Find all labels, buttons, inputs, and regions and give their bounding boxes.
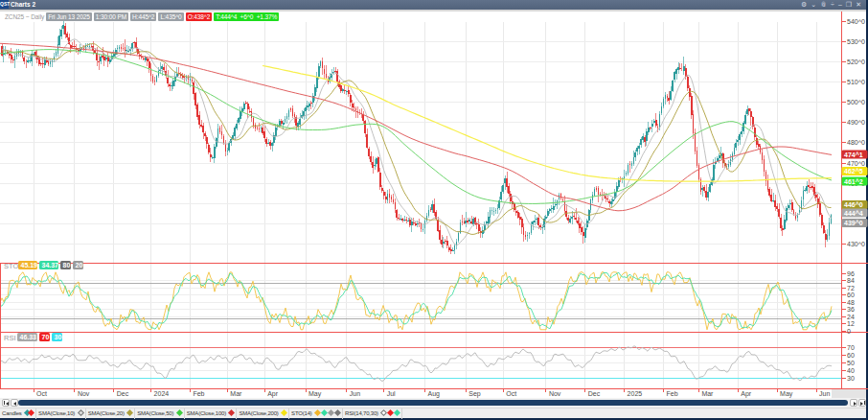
svg-text:439^0: 439^0 <box>844 220 863 226</box>
svg-text:60: 60 <box>847 292 855 298</box>
svg-text:30: 30 <box>847 375 855 382</box>
svg-text:470^0: 470^0 <box>847 160 865 167</box>
svg-text:474^1: 474^1 <box>844 152 863 158</box>
svg-text:12: 12 <box>847 320 855 327</box>
svg-text:Dec: Dec <box>117 390 129 397</box>
svg-text:60: 60 <box>847 352 855 359</box>
svg-text:Mar: Mar <box>701 390 714 397</box>
svg-text:Apr: Apr <box>741 390 752 398</box>
svg-text:430^0: 430^0 <box>847 241 865 247</box>
svg-text:May: May <box>308 390 322 398</box>
svg-text:2024: 2024 <box>154 390 170 397</box>
svg-text:446^0: 446^0 <box>844 201 863 208</box>
svg-text:20: 20 <box>76 262 83 268</box>
svg-text:Feb: Feb <box>667 390 678 397</box>
svg-text:84: 84 <box>847 277 855 284</box>
svg-text:490^0: 490^0 <box>847 119 865 126</box>
svg-text:Feb: Feb <box>193 390 204 397</box>
svg-text:Mar: Mar <box>230 390 242 397</box>
svg-text:520^0: 520^0 <box>847 58 865 65</box>
svg-text:96: 96 <box>847 270 855 277</box>
svg-text:0: 0 <box>847 328 851 335</box>
svg-text:36: 36 <box>847 306 855 313</box>
svg-text:Dec: Dec <box>588 390 601 397</box>
svg-text:540^0: 540^0 <box>847 18 865 25</box>
svg-text:Sep: Sep <box>468 390 481 398</box>
svg-text:70: 70 <box>847 344 855 351</box>
svg-text:444^4: 444^4 <box>844 210 863 217</box>
svg-text:462^5: 462^5 <box>844 168 863 175</box>
svg-text:45.19: 45.19 <box>21 262 38 268</box>
svg-text:530^0: 530^0 <box>847 38 865 45</box>
svg-text:500^0: 500^0 <box>847 99 865 105</box>
svg-text:Oct: Oct <box>36 390 47 397</box>
svg-text:Jun: Jun <box>819 390 830 397</box>
svg-text:72: 72 <box>847 285 855 292</box>
svg-text:50: 50 <box>847 360 855 366</box>
svg-text:Apr: Apr <box>267 390 279 398</box>
svg-text:Nov: Nov <box>78 390 90 397</box>
svg-text:48: 48 <box>847 299 855 306</box>
svg-text:80: 80 <box>63 262 71 268</box>
svg-text:480^0: 480^0 <box>847 139 865 146</box>
svg-text:Aug: Aug <box>428 390 441 398</box>
svg-text:STO: STO <box>4 262 18 270</box>
svg-text:May: May <box>780 390 793 398</box>
svg-text:461^2: 461^2 <box>844 178 863 185</box>
svg-text:Oct: Oct <box>506 390 516 397</box>
svg-text:Nov: Nov <box>549 390 561 397</box>
svg-text:2025: 2025 <box>628 390 643 397</box>
svg-text:24: 24 <box>847 314 855 320</box>
svg-text:70: 70 <box>42 334 50 340</box>
svg-text:Jun: Jun <box>350 390 360 397</box>
svg-text:34.37: 34.37 <box>42 262 59 268</box>
svg-text:46.33: 46.33 <box>20 334 37 340</box>
svg-text:510^0: 510^0 <box>847 79 865 85</box>
svg-text:RSI: RSI <box>4 334 16 342</box>
svg-text:40: 40 <box>847 367 855 374</box>
svg-text:Jul: Jul <box>387 390 396 397</box>
svg-text:30: 30 <box>55 334 62 340</box>
